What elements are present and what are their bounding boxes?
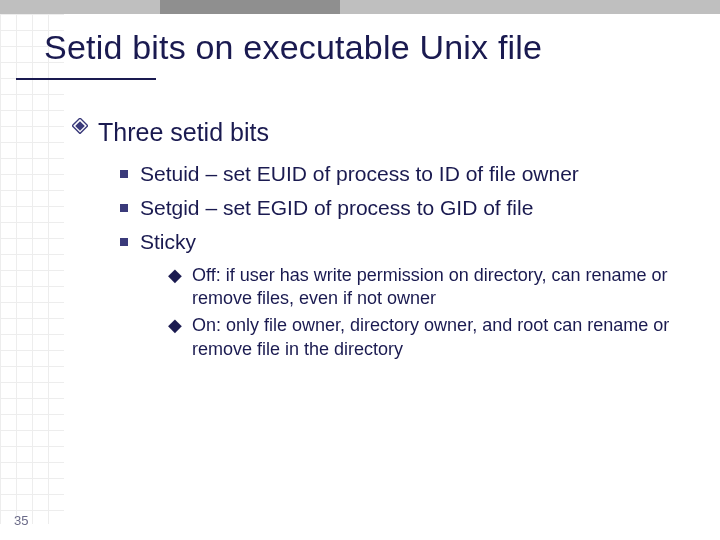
bullet-level2: Sticky (120, 229, 696, 255)
level1-text: Three setid bits (98, 118, 269, 147)
level3-text: On: only file owner, directory owner, an… (192, 314, 696, 361)
slide-title: Setid bits on executable Unix file (44, 28, 542, 67)
level2-text: Sticky (140, 229, 196, 255)
level3-text: Off: if user has write permission on dir… (192, 264, 696, 311)
square-bullet-icon (120, 238, 128, 246)
title-underline (16, 78, 156, 80)
slide-body: Three setid bits Setuid – set EUID of pr… (72, 118, 696, 365)
bullet-level3: ◆ On: only file owner, directory owner, … (168, 314, 696, 361)
diamond-small-bullet-icon: ◆ (168, 315, 182, 337)
square-bullet-icon (120, 170, 128, 178)
page-number: 35 (14, 513, 28, 528)
level2-text: Setuid – set EUID of process to ID of fi… (140, 161, 579, 187)
diamond-bullet-icon (72, 118, 88, 134)
square-bullet-icon (120, 204, 128, 212)
top-bar-accent (160, 0, 340, 14)
left-grid-decoration (0, 14, 64, 524)
top-bar (0, 0, 720, 14)
bullet-level3: ◆ Off: if user has write permission on d… (168, 264, 696, 311)
bullet-level2: Setgid – set EGID of process to GID of f… (120, 195, 696, 221)
bullet-level1: Three setid bits (72, 118, 696, 147)
level2-text: Setgid – set EGID of process to GID of f… (140, 195, 533, 221)
bullet-level2: Setuid – set EUID of process to ID of fi… (120, 161, 696, 187)
diamond-small-bullet-icon: ◆ (168, 265, 182, 287)
